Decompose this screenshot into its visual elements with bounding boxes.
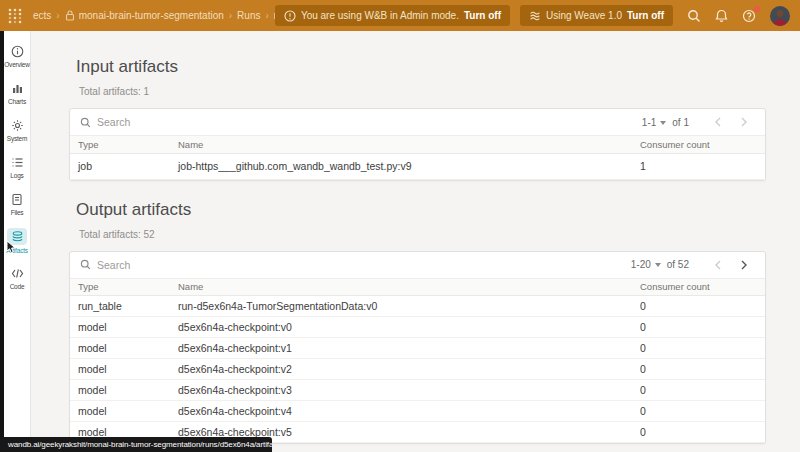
document-icon (11, 191, 23, 207)
cell-type: model (70, 338, 170, 359)
artifact-row[interactable]: jobjob-https___github.com_wandb_wandb_te… (70, 153, 765, 179)
code-icon (11, 265, 24, 281)
lock-icon (65, 10, 75, 21)
alert-circle-icon (284, 10, 296, 22)
breadcrumb-projects[interactable]: ects (33, 10, 51, 21)
sidebar-item-code[interactable]: Code (4, 265, 31, 302)
output-artifacts-title: Output artifacts (76, 200, 800, 220)
navbar-actions (687, 6, 790, 26)
wandb-app: ects › monai-brain-tumor-segmentation › … (0, 0, 800, 452)
page-total: of 52 (667, 259, 689, 270)
output-pagination: 1-20 of 52 (631, 259, 755, 270)
admin-banner-text: You are using W&B in Admin mode. (301, 10, 459, 21)
weave-turn-off-button[interactable]: Turn off (627, 10, 664, 21)
sidebar-item-logs[interactable]: Logs (4, 154, 31, 191)
input-search-row: 1-1 of 1 (70, 109, 765, 136)
artifact-row[interactable]: modeld5ex6n4a-checkpoint:v30 (70, 380, 765, 401)
cell-name: d5ex6n4a-checkpoint:v3 (170, 380, 632, 401)
page-size-caret-icon[interactable] (655, 263, 661, 267)
gear-icon (11, 117, 24, 133)
weave-banner-text: Using Weave 1.0 (546, 10, 622, 21)
page-total: of 1 (672, 117, 689, 128)
admin-mode-banner: You are using W&B in Admin mode. Turn of… (275, 5, 510, 26)
cell-name: d5ex6n4a-checkpoint:v0 (170, 317, 632, 338)
info-icon (11, 43, 24, 59)
help-icon[interactable] (742, 9, 756, 23)
avatar[interactable] (770, 6, 790, 26)
prev-page-icon (707, 117, 729, 127)
output-artifacts-card: 1-20 of 52 Type Na (69, 251, 766, 445)
col-consumer-count: Consumer count (632, 136, 765, 153)
weave-layers-icon (529, 10, 541, 22)
cell-name: job-https___github.com_wandb_wandb_test.… (170, 153, 632, 179)
sidebar-label: Files (11, 209, 24, 216)
breadcrumb-runs[interactable]: Runs (237, 10, 260, 21)
admin-turn-off-button[interactable]: Turn off (464, 10, 501, 21)
breadcrumb: ects › monai-brain-tumor-segmentation › … (33, 10, 275, 21)
url-statusbar: wandb.ai/geekyrakshit/monai-brain-tumor-… (0, 437, 272, 452)
search-icon[interactable] (687, 9, 701, 23)
output-search-input[interactable] (97, 259, 631, 271)
cell-type: model (70, 359, 170, 380)
artifact-row[interactable]: run_tablerun-d5ex6n4a-TumorSegmentationD… (70, 296, 765, 317)
prev-page-icon (707, 260, 729, 270)
input-search-input[interactable] (97, 116, 642, 128)
sidebar-label: System (7, 135, 27, 142)
sidebar-item-charts[interactable]: Charts (4, 80, 31, 117)
search-icon (80, 259, 91, 270)
apps-grid-icon[interactable] (8, 8, 23, 24)
output-artifacts-section: Output artifacts Total artifacts: 52 1-2… (69, 200, 800, 445)
cell-consumer-count: 0 (632, 296, 765, 317)
col-name: Name (170, 136, 632, 153)
sidebar-item-system[interactable]: System (4, 117, 31, 154)
breadcrumb-separator: › (265, 10, 268, 21)
cell-type: job (70, 153, 170, 179)
table-header-row: Type Name Consumer count (70, 136, 765, 153)
cell-consumer-count: 0 (632, 359, 765, 380)
page-range[interactable]: 1-1 (642, 117, 656, 128)
breadcrumb-separator: › (229, 10, 232, 21)
cell-consumer-count: 1 (632, 153, 765, 179)
input-pagination: 1-1 of 1 (642, 117, 755, 128)
sidebar-item-files[interactable]: Files (4, 191, 31, 228)
page-range[interactable]: 1-20 (631, 259, 651, 270)
cell-consumer-count: 0 (632, 401, 765, 422)
artifact-row[interactable]: modeld5ex6n4a-checkpoint:v20 (70, 359, 765, 380)
breadcrumb-separator: › (56, 10, 59, 21)
sidebar-item-overview[interactable]: Overview (4, 43, 31, 80)
artifact-row[interactable]: modeld5ex6n4a-checkpoint:v40 (70, 401, 765, 422)
sidebar-label: Code (10, 283, 25, 290)
artifact-row[interactable]: modeld5ex6n4a-checkpoint:v00 (70, 317, 765, 338)
mouse-cursor-icon (5, 240, 18, 259)
cell-name: d5ex6n4a-checkpoint:v1 (170, 338, 632, 359)
cell-type: model (70, 401, 170, 422)
cell-consumer-count: 0 (632, 422, 765, 443)
bell-icon[interactable] (715, 9, 728, 23)
cell-consumer-count: 0 (632, 317, 765, 338)
artifact-row[interactable]: modeld5ex6n4a-checkpoint:v10 (70, 338, 765, 359)
col-type: Type (70, 279, 170, 296)
artifacts-panel: Input artifacts Total artifacts: 1 1-1 o… (32, 31, 800, 452)
input-artifacts-total: Total artifacts: 1 (79, 86, 800, 97)
sidebar-label: Charts (8, 98, 26, 105)
input-artifacts-card: 1-1 of 1 Type Name (69, 108, 766, 181)
top-navbar: ects › monai-brain-tumor-segmentation › … (0, 0, 800, 31)
bar-chart-icon (11, 80, 24, 96)
input-artifacts-table: Type Name Consumer count jobjob-https___… (70, 136, 765, 180)
cell-name: d5ex6n4a-checkpoint:v4 (170, 401, 632, 422)
input-artifacts-title: Input artifacts (76, 57, 800, 77)
input-artifacts-section: Input artifacts Total artifacts: 1 1-1 o… (69, 57, 800, 181)
output-artifacts-table: Type Name Consumer count run_tablerun-d5… (70, 279, 765, 444)
sidebar-label: Logs (10, 172, 23, 179)
screen-edge (0, 31, 4, 452)
cell-consumer-count: 0 (632, 380, 765, 401)
search-icon (80, 117, 91, 128)
col-type: Type (70, 136, 170, 153)
cell-name: d5ex6n4a-checkpoint:v2 (170, 359, 632, 380)
cell-type: model (70, 317, 170, 338)
page-size-caret-icon[interactable] (660, 121, 666, 125)
next-page-icon[interactable] (733, 260, 755, 270)
list-icon (11, 154, 24, 170)
breadcrumb-project[interactable]: monai-brain-tumor-segmentation (79, 10, 224, 21)
sidebar-label: Overview (4, 61, 30, 68)
